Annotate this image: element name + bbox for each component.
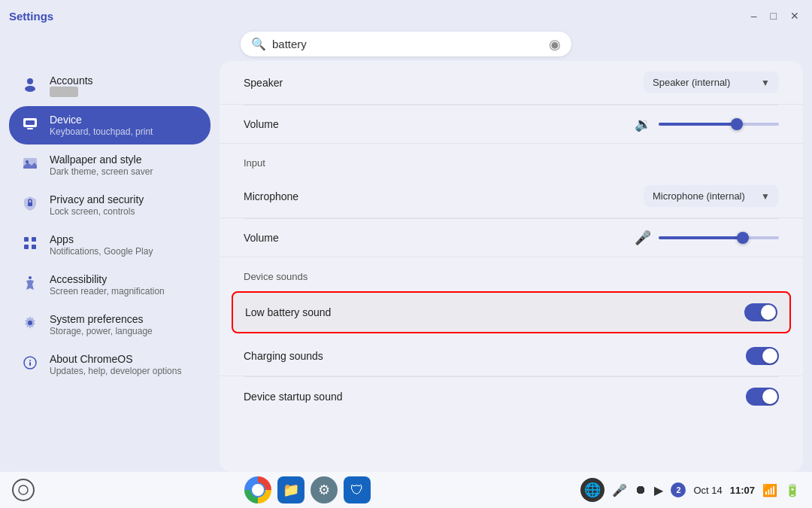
content-panel: Speaker Speaker (internal) ▼ Volume 🔉 In… [220, 61, 803, 472]
taskbar-left [12, 479, 35, 501]
input-section-label: Input [220, 144, 803, 175]
output-volume-thumb[interactable] [731, 118, 743, 130]
device-startup-sound-row: Device startup sound [220, 377, 803, 416]
minimize-button[interactable]: – [747, 8, 761, 23]
output-volume-row: Volume 🔉 [220, 105, 803, 144]
output-volume-label: Volume [244, 118, 279, 130]
input-volume-label: Volume [244, 232, 279, 244]
chrome-app-icon[interactable] [244, 476, 271, 503]
wallpaper-label: Wallpaper and style [50, 154, 153, 166]
taskbar-next-icon[interactable]: ▶ [654, 483, 663, 497]
taskbar-time[interactable]: 11:07 [730, 485, 755, 496]
device-startup-toggle[interactable] [746, 388, 779, 406]
apps-sublabel: Notifications, Google Play [50, 246, 153, 257]
device-startup-sound-label: Device startup sound [244, 391, 343, 403]
about-text: About ChromeOS Updates, help, developer … [50, 353, 181, 376]
accessibility-text: Accessibility Screen reader, magnificati… [50, 273, 165, 297]
wallpaper-text: Wallpaper and style Dark theme, screen s… [50, 154, 153, 177]
sidebar-item-about[interactable]: About ChromeOS Updates, help, developer … [9, 345, 211, 384]
output-volume-fill [659, 123, 737, 126]
about-icon [21, 354, 39, 375]
settings-app-icon[interactable]: ⚙ [311, 476, 338, 503]
svg-point-15 [29, 360, 31, 361]
taskbar-date[interactable]: Oct 14 [693, 485, 722, 496]
apps-icon [21, 235, 39, 255]
volume-out-icon: 🔉 [635, 116, 651, 132]
app-title: Settings [9, 10, 53, 23]
system-icon [21, 315, 39, 335]
sidebar-item-accounts[interactable]: Accounts [9, 67, 211, 105]
search-clear-button[interactable]: ◉ [549, 38, 561, 51]
sidebar-item-wallpaper[interactable]: Wallpaper and style Dark theme, screen s… [9, 146, 211, 184]
maximize-button[interactable]: □ [767, 8, 780, 23]
sidebar-item-privacy[interactable]: Privacy and security Lock screen, contro… [9, 186, 211, 224]
search-input[interactable] [272, 38, 543, 50]
system-sublabel: Storage, power, language [50, 326, 153, 336]
svg-rect-8 [24, 237, 29, 242]
device-label: Device [50, 114, 153, 126]
user-avatar[interactable]: 🌐 [580, 478, 604, 502]
sidebar-item-apps[interactable]: Apps Notifications, Google Play [9, 226, 211, 264]
accessibility-icon [21, 275, 39, 295]
speaker-dropdown-arrow: ▼ [761, 78, 770, 88]
svg-point-12 [29, 276, 32, 279]
low-battery-sound-label: Low battery sound [245, 306, 331, 318]
accessibility-sublabel: Screen reader, magnification [50, 286, 165, 297]
system-label: System preferences [50, 313, 153, 325]
input-volume-row: Volume 🎤 [220, 219, 803, 257]
svg-rect-7 [28, 202, 32, 206]
taskbar-blue-app-icon[interactable]: 🛡 [344, 476, 371, 503]
low-battery-sound-control [744, 303, 777, 321]
low-battery-sound-row: Low battery sound [233, 293, 789, 332]
accounts-text: Accounts [50, 75, 93, 97]
battery-icon[interactable]: 🔋 [785, 483, 800, 497]
sidebar-item-system[interactable]: System preferences Storage, power, langu… [9, 306, 211, 344]
privacy-icon [21, 195, 39, 215]
taskbar: 📁 ⚙ 🛡 🌐 🎤 ⏺ ▶ 2 Oct 14 11:07 📶 🔋 [0, 472, 812, 508]
input-volume-track[interactable] [659, 236, 779, 239]
taskbar-center: 📁 ⚙ 🛡 [244, 476, 371, 503]
microphone-dropdown[interactable]: Microphone (internal) ▼ [644, 185, 779, 207]
svg-rect-9 [32, 237, 36, 242]
input-volume-thumb[interactable] [737, 232, 749, 244]
microphone-dropdown-value: Microphone (internal) [653, 190, 745, 202]
low-battery-highlighted: Low battery sound [232, 291, 791, 333]
microphone-dropdown-arrow: ▼ [761, 191, 770, 202]
taskbar-mic-icon[interactable]: 🎤 [612, 483, 627, 497]
device-startup-sound-control [746, 388, 779, 406]
search-bar: 🔍 ◉ [241, 32, 571, 56]
svg-rect-11 [32, 245, 36, 249]
speaker-label: Speaker [244, 77, 283, 89]
close-button[interactable]: ✕ [786, 8, 803, 23]
taskbar-play-icon[interactable]: ⏺ [635, 483, 647, 497]
sidebar-item-accessibility[interactable]: Accessibility Screen reader, magnificati… [9, 266, 211, 304]
search-bar-container: 🔍 ◉ [0, 27, 812, 61]
input-volume-control: 🎤 [635, 230, 779, 246]
accessibility-label: Accessibility [50, 273, 165, 285]
speaker-dropdown[interactable]: Speaker (internal) ▼ [644, 71, 779, 93]
notification-badge[interactable]: 2 [671, 482, 686, 497]
wifi-icon[interactable]: 📶 [762, 483, 777, 497]
wallpaper-icon [21, 155, 39, 175]
accounts-label: Accounts [50, 75, 93, 87]
device-sounds-label: Device sounds [220, 257, 803, 288]
taskbar-right: 🌐 🎤 ⏺ ▶ 2 Oct 14 11:07 📶 🔋 [580, 478, 800, 502]
files-app-icon[interactable]: 📁 [277, 476, 304, 503]
sidebar-item-device[interactable]: Device Keyboard, touchpad, print [9, 106, 211, 144]
speaker-control: Speaker (internal) ▼ [644, 71, 779, 93]
device-sublabel: Keyboard, touchpad, print [50, 126, 153, 137]
microphone-row: Microphone Microphone (internal) ▼ [220, 175, 803, 218]
charging-sounds-label: Charging sounds [244, 350, 323, 362]
speaker-dropdown-value: Speaker (internal) [653, 77, 730, 88]
microphone-control: Microphone (internal) ▼ [644, 185, 779, 207]
wallpaper-sublabel: Dark theme, screen saver [50, 166, 153, 177]
window-controls: – □ ✕ [747, 8, 803, 23]
privacy-label: Privacy and security [50, 193, 144, 205]
launcher-button[interactable] [12, 479, 35, 501]
low-battery-toggle[interactable] [744, 303, 777, 321]
charging-sounds-toggle[interactable] [746, 347, 779, 365]
apps-label: Apps [50, 233, 153, 245]
main-content: Accounts Device Keyboard, touchpad, prin… [0, 61, 812, 472]
privacy-sublabel: Lock screen, controls [50, 206, 144, 217]
output-volume-track[interactable] [659, 123, 779, 126]
